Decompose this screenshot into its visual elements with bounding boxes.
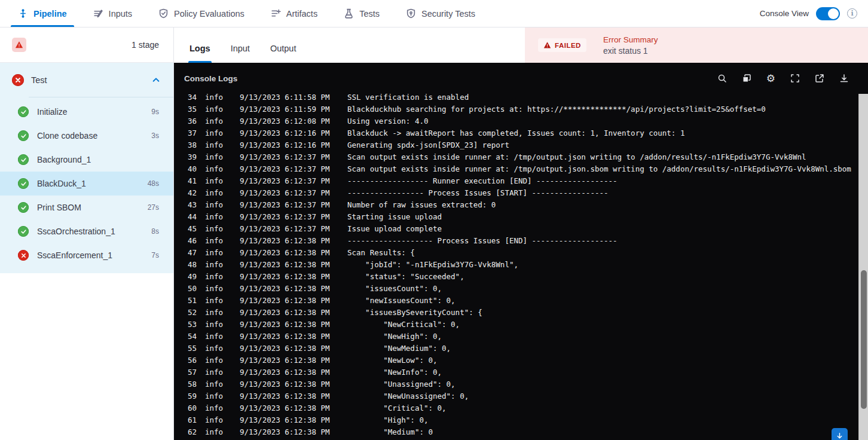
log-level: info	[205, 94, 228, 102]
log-message: Blackduckhub searching for projects at: …	[347, 105, 766, 114]
log-timestamp: 9/13/2023 6:12:38 PM	[240, 296, 329, 305]
scroll-to-bottom-button[interactable]	[832, 428, 848, 440]
top-nav-tab-label: Inputs	[109, 9, 133, 19]
log-timestamp: 9/13/2023 6:12:38 PM	[240, 404, 329, 412]
log-message: Generating spdx-json[SPDX_23] report	[347, 140, 509, 149]
log-level: info	[205, 176, 228, 185]
log-timestamp: 9/13/2023 6:12:37 PM	[240, 188, 329, 197]
success-check-icon	[18, 154, 29, 165]
log-level: info	[205, 404, 228, 412]
log-timestamp: 9/13/2023 6:12:37 PM	[240, 176, 329, 185]
console-header: Console Logs ⚙	[174, 63, 868, 94]
tab-output[interactable]: Output	[269, 44, 298, 63]
step-name: Background_1	[37, 155, 159, 164]
top-nav-tab-pipeline[interactable]: Pipeline	[18, 0, 80, 27]
log-line-number: 47	[184, 248, 197, 257]
log-message: "NewHigh": 0,	[347, 332, 442, 341]
log-line-number: 43	[184, 200, 197, 209]
log-timestamp: 9/13/2023 6:11:58 PM	[240, 94, 329, 102]
log-line-number: 50	[184, 284, 197, 293]
tab-input[interactable]: Input	[230, 44, 251, 63]
step-name: SscaOrchestration_1	[37, 227, 151, 236]
log-line-number: 54	[184, 332, 197, 341]
stage-panel: Test Initialize9sClone codebase3sBackgro…	[0, 63, 173, 273]
top-nav-tabs: PipelineInputsPolicy EvaluationsArtifact…	[0, 0, 502, 27]
log-message: "Medium": 0	[347, 427, 433, 436]
log-line-45: 45info9/13/2023 6:12:37 PMIssue upload c…	[184, 222, 868, 234]
info-icon[interactable]: i	[847, 8, 857, 19]
top-nav-tab-policy-evaluations[interactable]: Policy Evaluations	[158, 0, 258, 27]
step-duration: 9s	[151, 108, 159, 116]
log-line-number: 39	[184, 152, 197, 161]
step-row-sscaorchestration-1[interactable]: SscaOrchestration_18s	[0, 219, 173, 243]
log-line-59: 59info9/13/2023 6:12:38 PM "NewUnassigne…	[184, 390, 868, 402]
step-row-sscaenforcement-1[interactable]: SscaEnforcement_17s	[0, 243, 173, 267]
top-nav-tab-label: Tests	[359, 9, 380, 19]
download-icon[interactable]	[839, 74, 849, 83]
log-level: info	[205, 224, 228, 233]
console-scrollbar-thumb[interactable]	[861, 270, 867, 409]
stage-row-test[interactable]: Test	[0, 63, 173, 97]
success-check-icon	[18, 130, 29, 141]
step-row-print-sbom[interactable]: Print SBOM27s	[0, 195, 173, 219]
log-line-55: 55info9/13/2023 6:12:38 PM "NewMedium": …	[184, 342, 868, 354]
log-level: info	[205, 129, 228, 138]
log-line-number: 56	[184, 356, 197, 365]
log-message: "newIssuesCount": 0,	[347, 296, 456, 305]
open-in-new-icon[interactable]	[815, 74, 824, 83]
error-summary-title: Error Summary	[603, 35, 658, 44]
log-message: "NewInfo": 0,	[347, 368, 442, 377]
chevron-up-icon[interactable]	[152, 76, 160, 84]
console-logs-panel: Console Logs ⚙ 34info9/13/2023 6:11:58 P…	[174, 63, 868, 440]
log-timestamp: 9/13/2023 6:12:38 PM	[240, 308, 329, 317]
search-icon[interactable]	[717, 74, 727, 83]
top-nav-tab-security-tests[interactable]: Security Tests	[406, 0, 488, 27]
log-line-44: 44info9/13/2023 6:12:37 PMStarting issue…	[184, 210, 868, 222]
step-row-background-1[interactable]: Background_1	[0, 148, 173, 172]
log-line-57: 57info9/13/2023 6:12:38 PM "NewInfo": 0,	[184, 366, 868, 378]
stage-name: Test	[31, 75, 152, 85]
step-row-blackduck-1[interactable]: BlackDuck_148s	[0, 172, 173, 195]
log-level: info	[205, 427, 228, 436]
log-timestamp: 9/13/2023 6:11:59 PM	[240, 105, 329, 114]
log-message: "issuesCount": 0,	[347, 284, 442, 293]
log-line-37: 37info9/13/2023 6:12:16 PMBlackduck -> a…	[184, 127, 868, 139]
tab-logs[interactable]: Logs	[188, 44, 212, 63]
log-level: info	[205, 320, 228, 329]
settings-gear-icon[interactable]: ⚙	[766, 74, 775, 83]
console-view-toggle[interactable]	[816, 7, 840, 20]
log-level: info	[205, 392, 228, 401]
log-line-number: 34	[184, 94, 197, 102]
step-name: SscaEnforcement_1	[37, 250, 151, 260]
top-nav-tab-artifacts[interactable]: Artifacts	[271, 0, 331, 27]
top-nav-tab-tests[interactable]: Tests	[344, 0, 393, 27]
console-scrollbar[interactable]	[858, 94, 868, 440]
step-row-initialize[interactable]: Initialize9s	[0, 100, 173, 124]
console-title: Console Logs	[184, 74, 237, 83]
step-name: BlackDuck_1	[37, 179, 148, 188]
log-tabs: LogsInputOutput	[174, 28, 525, 63]
step-name: Initialize	[37, 107, 151, 117]
log-line-35: 35info9/13/2023 6:11:59 PMBlackduckhub s…	[184, 103, 868, 115]
log-message: Starting issue upload	[347, 212, 442, 221]
stage-header: 1 stage	[0, 28, 173, 63]
log-message: "High": 0,	[347, 415, 428, 424]
copy-icon[interactable]	[742, 74, 751, 83]
log-timestamp: 9/13/2023 6:12:38 PM	[240, 272, 329, 281]
top-navigation-bar: PipelineInputsPolicy EvaluationsArtifact…	[0, 0, 868, 28]
log-message: Scan output exists inside runner at: /tm…	[347, 152, 806, 161]
log-line-number: 35	[184, 105, 197, 114]
log-message: "NewMedium": 0,	[347, 344, 451, 353]
log-level: info	[205, 380, 228, 389]
fullscreen-icon[interactable]	[790, 74, 800, 83]
log-line-number: 38	[184, 140, 197, 149]
step-row-clone-codebase[interactable]: Clone codebase3s	[0, 124, 173, 148]
log-line-number: 52	[184, 308, 197, 317]
step-duration: 3s	[151, 132, 159, 140]
log-line-number: 36	[184, 117, 197, 126]
stage-count-label: 1 stage	[132, 40, 159, 50]
step-duration: 8s	[151, 227, 159, 236]
top-nav-tab-inputs[interactable]: Inputs	[93, 0, 146, 27]
top-nav-tab-label: Artifacts	[286, 9, 317, 19]
log-line-number: 57	[184, 368, 197, 377]
